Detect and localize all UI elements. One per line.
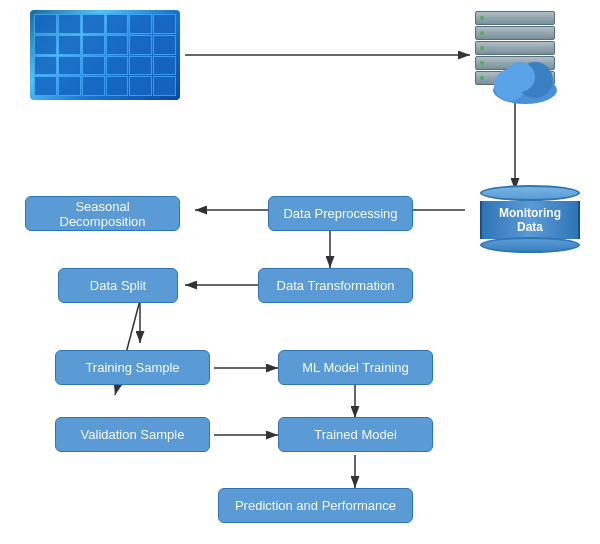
server-unit-3 (475, 41, 555, 55)
solar-panel-image (30, 10, 180, 100)
validation-sample-box: Validation Sample (55, 417, 210, 452)
svg-point-16 (505, 62, 535, 92)
cylinder-bottom (480, 237, 580, 253)
seasonal-decomposition-box: Seasonal Decomposition (25, 196, 180, 231)
solar-panel-grid (30, 10, 180, 100)
monitoring-data-label: Monitoring Data (480, 201, 580, 239)
data-transformation-box: Data Transformation (258, 268, 413, 303)
server-unit-2 (475, 26, 555, 40)
monitoring-data-cylinder: Monitoring Data (480, 185, 580, 253)
ml-model-training-box: ML Model Training (278, 350, 433, 385)
cloud-icon (485, 55, 565, 109)
server-unit-1 (475, 11, 555, 25)
data-split-box: Data Split (58, 268, 178, 303)
diagram: Monitoring Data Seasonal Decomposition D… (0, 0, 600, 544)
prediction-performance-box: Prediction and Performance (218, 488, 413, 523)
training-sample-box: Training Sample (55, 350, 210, 385)
trained-model-box: Trained Model (278, 417, 433, 452)
data-preprocessing-box: Data Preprocessing (268, 196, 413, 231)
cylinder-top (480, 185, 580, 201)
